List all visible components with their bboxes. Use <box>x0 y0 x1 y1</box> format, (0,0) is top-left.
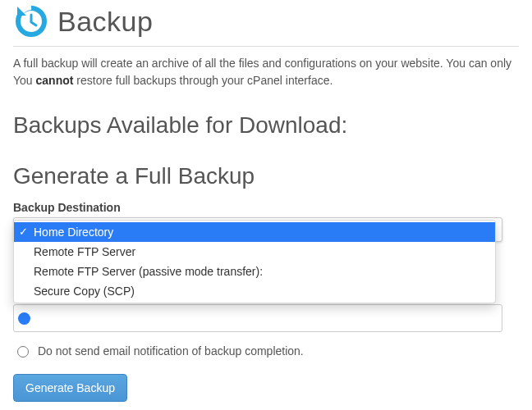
dropdown-option-remote-ftp-passive[interactable]: Remote FTP Server (passive mode transfer… <box>14 262 495 281</box>
backup-destination-label: Backup Destination <box>13 201 519 214</box>
intro-text: A full backup will create an archive of … <box>13 55 519 89</box>
page-title: Backup <box>57 6 153 38</box>
dropdown-option-remote-ftp[interactable]: Remote FTP Server <box>14 242 495 262</box>
generate-full-backup-heading: Generate a Full Backup <box>13 163 519 189</box>
backup-icon <box>13 3 49 39</box>
divider <box>13 46 519 47</box>
backups-available-heading: Backups Available for Download: <box>13 112 519 139</box>
backup-destination-dropdown[interactable]: ✓ Home Directory Remote FTP Server Remot… <box>13 220 496 303</box>
no-email-label: Do not send email notification of backup… <box>38 344 304 358</box>
dropdown-option-home-directory[interactable]: ✓ Home Directory <box>14 222 495 242</box>
no-email-radio[interactable] <box>17 346 29 358</box>
generate-backup-button[interactable]: Generate Backup <box>13 374 127 402</box>
email-radio-selected[interactable] <box>19 313 30 324</box>
dropdown-option-scp[interactable]: Secure Copy (SCP) <box>14 281 495 301</box>
check-icon: ✓ <box>19 224 28 240</box>
email-input-row[interactable] <box>13 304 502 332</box>
